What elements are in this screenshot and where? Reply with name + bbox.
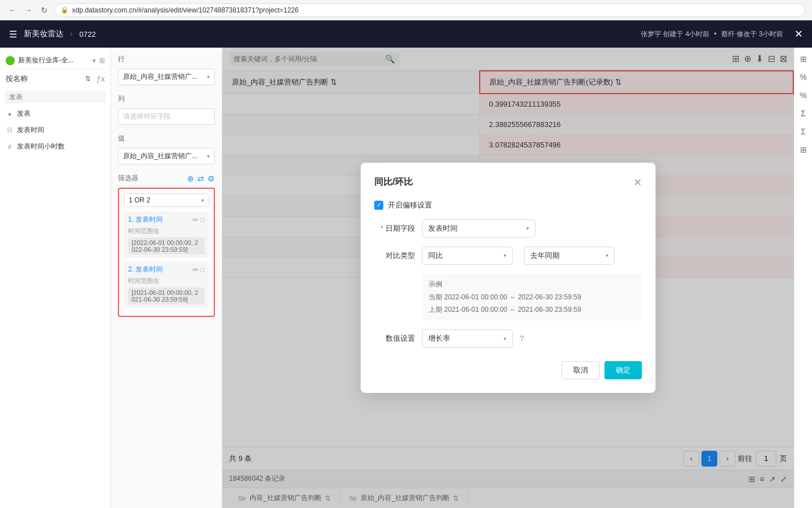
example-box: 示例 当期 2022-06-01 00:00:00 ～ 2022-06-30 2… — [422, 274, 642, 321]
modal-header: 同比/环比 ✕ — [374, 176, 642, 189]
modal-overlay: 同比/环比 ✕ 开启偏移设置 日期字段 发表时间 ▾ — [222, 48, 794, 508]
back-button[interactable]: ← — [7, 5, 18, 16]
filter-item-1-delete-icon[interactable]: □ — [201, 216, 205, 224]
modal-title: 同比/环比 — [374, 176, 413, 188]
menu-icon[interactable]: ☰ — [9, 29, 17, 40]
dataset-expand-icon[interactable]: ▾ — [92, 57, 96, 65]
brand-name: 新美妆雷达 — [24, 29, 64, 39]
fx-icon[interactable]: ƒx — [96, 74, 105, 83]
compare-type-value: 同比 — [428, 251, 504, 261]
val-select-arrow: ▾ — [207, 153, 210, 159]
app-topbar: ☰ 新美妆雷达 › 0722 张梦宇 创建于 4小时前 • 蔡纤 修改于 3小时… — [0, 20, 812, 48]
filter-item-1-value: [2022-06-01 00:00:00, 2022-06-30 23:59:5… — [128, 238, 205, 255]
field-num-icon: # — [6, 143, 14, 150]
filter-item-1: 1. 发表时间 ✏ □ 时间范围在 [2022-06-01 00:00:00, … — [124, 211, 209, 258]
enable-offset-checkbox[interactable] — [374, 201, 383, 210]
compare-range-select[interactable]: 去年同期 ▾ — [524, 247, 615, 265]
filter-config: 筛选器 ⊕ ⇄ ⚙ 1 OR 2 ▾ 1. 发表时间 ✏ — [118, 173, 215, 317]
filter-share-icon[interactable]: ⇄ — [197, 174, 204, 183]
field-fabiaoshijian-label: 发表时间 — [17, 125, 44, 135]
field-xiaoshishu-label: 发表时间小时数 — [17, 142, 65, 151]
help-icon[interactable]: ? — [519, 334, 524, 343]
filter-item-1-header: 1. 发表时间 ✏ □ — [128, 215, 205, 225]
filter-item-2-actions[interactable]: ✏ □ — [193, 266, 205, 274]
checkbox-row: 开启偏移设置 — [374, 200, 642, 210]
field-fabiao-label: 发表 — [17, 109, 31, 118]
refresh-button[interactable]: ↻ — [39, 5, 50, 16]
col-label: 列 — [118, 94, 215, 104]
modal-body: 开启偏移设置 日期字段 发表时间 ▾ 对比类型 同比 — [374, 200, 642, 348]
field-item-fabiaoshijian[interactable]: 日 发表时间 — [0, 122, 111, 138]
row-select-arrow: ▾ — [207, 74, 210, 80]
field-search-box[interactable] — [5, 91, 106, 103]
compare-type-arrow: ▾ — [504, 252, 506, 259]
dataset-name: 新美妆行业库-全... — [18, 56, 89, 65]
filter-header: 筛选器 ⊕ ⇄ ⚙ — [118, 173, 215, 183]
value-type-select[interactable]: 增长率 ▾ — [422, 329, 513, 348]
date-field-select[interactable]: 发表时间 ▾ — [422, 219, 535, 238]
filter-group-op-arrow: ▾ — [201, 197, 204, 204]
field-item-fabiao[interactable]: ● 发表 — [0, 105, 111, 122]
date-field-arrow: ▾ — [526, 225, 529, 231]
modal-footer: 取消 确定 — [374, 361, 642, 379]
forward-button[interactable]: → — [23, 5, 34, 16]
filter-item-2-value: [2021-06-01 00:00:00, 2021-06-30 23:59:5… — [128, 287, 205, 304]
field-type-selector[interactable]: 按名称 ⇅ ƒx — [0, 69, 111, 88]
value-type-arrow: ▾ — [504, 336, 506, 342]
filter-settings-icon[interactable]: ⚙ — [208, 174, 215, 183]
compare-type-label: 对比类型 — [374, 251, 415, 261]
sidebar-percent-icon[interactable]: % — [797, 70, 810, 84]
sort-icon[interactable]: ⇅ — [85, 75, 91, 83]
topbar-right: 张梦宇 创建于 4小时前 • 蔡纤 修改于 3小时前 ✕ — [641, 28, 803, 40]
compare-type-select[interactable]: 同比 ▾ — [422, 247, 513, 265]
value-setting-label: 数值设置 — [374, 333, 415, 344]
filter-item-1-type: 时间范围在 — [128, 227, 205, 235]
filter-actions[interactable]: ⊕ ⇄ ⚙ — [187, 174, 215, 183]
filter-group-op-select[interactable]: 1 OR 2 ▾ — [124, 193, 209, 207]
creator-info: 张梦宇 创建于 4小时前 — [641, 29, 709, 39]
col-input[interactable]: 请选择对应字段 — [118, 108, 215, 125]
config-panel: 行 原始_内容_社媒营销广... ▾ 列 请选择对应字段 值 原始_内容_社媒营… — [111, 48, 222, 508]
row-select[interactable]: 原始_内容_社媒营销广... ▾ — [118, 69, 215, 85]
sidebar-sigma2-icon[interactable]: Σ — [797, 125, 810, 138]
breadcrumb-sep: › — [70, 30, 73, 38]
modifier-info: 蔡纤 修改于 3小时前 — [721, 29, 783, 39]
filter-item-2-edit-icon[interactable]: ✏ — [193, 266, 198, 274]
compare-type-row: 对比类型 同比 ▾ 去年同期 ▾ — [374, 247, 642, 265]
example-current: 当期 2022-06-01 00:00:00 ～ 2022-06-30 23:5… — [429, 291, 635, 304]
confirm-button[interactable]: 确定 — [604, 361, 642, 379]
filter-item-1-edit-icon[interactable]: ✏ — [193, 216, 198, 224]
row-config: 行 原始_内容_社媒营销广... ▾ — [118, 54, 215, 85]
filter-group-op-value: 1 OR 2 — [129, 196, 150, 204]
sidebar-copy-icon[interactable]: ⊞ — [797, 52, 810, 66]
val-config: 值 原始_内容_社媒营销广... ▾ — [118, 134, 215, 164]
browser-bar: ← → ↻ 🔒 xdp.datastory.com.cn/#/analysis/… — [0, 0, 812, 20]
field-search-input[interactable] — [9, 93, 102, 101]
date-field-value: 发表时间 — [428, 223, 526, 234]
dataset-header: 新美妆行业库-全... ▾ ⊞ — [0, 52, 111, 69]
row-select-value: 原始_内容_社媒营销广... — [123, 72, 207, 82]
cancel-button[interactable]: 取消 — [561, 361, 600, 379]
sidebar-fraction-icon[interactable]: % — [797, 88, 810, 102]
dataset-icon — [6, 56, 15, 65]
dataset-menu-icon[interactable]: ⊞ — [99, 57, 105, 65]
modal-close-button[interactable]: ✕ — [633, 176, 642, 189]
address-bar[interactable]: 🔒 xdp.datastory.com.cn/#/analysis/edit/v… — [54, 3, 805, 17]
url-text: xdp.datastory.com.cn/#/analysis/edit/vie… — [72, 6, 299, 14]
lock-icon: 🔒 — [61, 6, 69, 14]
filter-add-icon[interactable]: ⊕ — [187, 174, 194, 183]
close-window-button[interactable]: ✕ — [794, 28, 803, 40]
field-date-icon: 日 — [6, 126, 14, 134]
filter-item-2: 2. 发表时间 ✏ □ 时间范围在 [2021-06-01 00:00:00, … — [124, 261, 209, 308]
field-type-label: 按名称 — [6, 74, 28, 84]
date-field-label: 日期字段 — [374, 223, 415, 234]
compare-range-arrow: ▾ — [606, 252, 608, 259]
val-select[interactable]: 原始_内容_社媒营销广... ▾ — [118, 148, 215, 164]
right-sidebar: ⊞ % % Σ Σ ⊞ — [794, 48, 812, 508]
field-item-xiaoshishu[interactable]: # 发表时间小时数 — [0, 138, 111, 155]
sidebar-sigma-icon[interactable]: Σ — [797, 107, 810, 120]
filter-item-2-name: 2. 发表时间 — [128, 265, 163, 274]
filter-item-1-actions[interactable]: ✏ □ — [193, 216, 205, 224]
filter-item-2-delete-icon[interactable]: □ — [201, 266, 205, 274]
sidebar-grid-icon[interactable]: ⊞ — [797, 143, 810, 156]
